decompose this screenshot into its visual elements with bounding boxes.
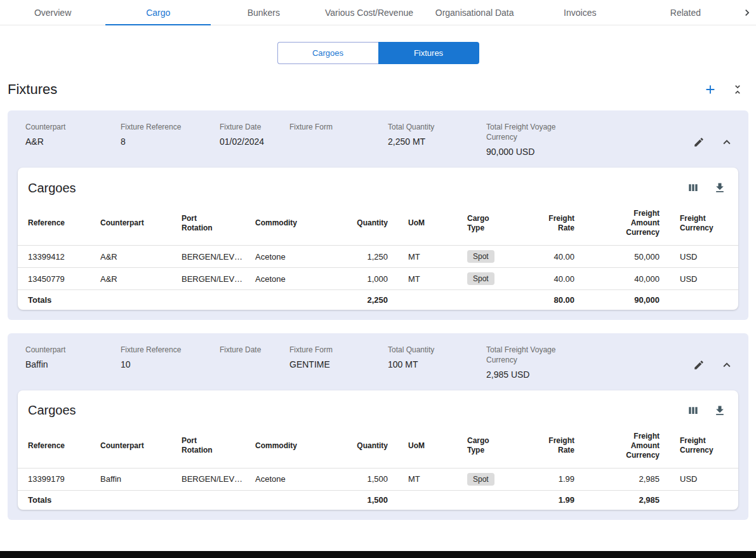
cell-freight-currency: USD bbox=[670, 468, 738, 490]
fixture-card: Counterpart A&R Fixture Reference 8 Fixt… bbox=[8, 110, 748, 320]
field-value: GENTIME bbox=[289, 359, 388, 370]
table-row[interactable]: 13450779 A&R BERGEN/LEV… Acetone 1,000 M… bbox=[18, 268, 738, 290]
cargoes-title: Cargoes bbox=[28, 403, 76, 418]
field-label: Fixture Reference bbox=[121, 122, 220, 132]
col-counterpart: Counterpart bbox=[90, 424, 171, 468]
table-row[interactable]: 13399412 A&R BERGEN/LEV… Acetone 1,250 M… bbox=[18, 246, 738, 268]
field-value: 100 MT bbox=[388, 359, 486, 370]
field-label: Total Quantity bbox=[388, 345, 486, 355]
cell-freight-currency: USD bbox=[670, 268, 738, 290]
field-fixture-reference: Fixture Reference 10 bbox=[121, 345, 220, 370]
fixture-card: Counterpart Baffin Fixture Reference 10 … bbox=[8, 333, 748, 521]
collapse-fixture-button[interactable] bbox=[717, 355, 737, 375]
download-icon bbox=[713, 404, 726, 417]
cell-reference: 13450779 bbox=[18, 268, 90, 290]
col-freight-currency: Freight Currency bbox=[670, 201, 738, 246]
plus-icon bbox=[703, 83, 717, 96]
cell-commodity: Acetone bbox=[245, 268, 338, 290]
chevron-up-icon bbox=[720, 358, 734, 372]
nav-scroll-right-button[interactable] bbox=[738, 0, 756, 25]
cell-freight-amount: 50,000 bbox=[585, 246, 670, 268]
collapse-all-button[interactable] bbox=[728, 80, 747, 99]
col-reference: Reference bbox=[18, 201, 90, 246]
fixture-actions bbox=[690, 132, 737, 152]
totals-quantity: 2,250 bbox=[338, 290, 398, 310]
tab-bunkers[interactable]: Bunkers bbox=[211, 0, 316, 25]
tab-related[interactable]: Related bbox=[633, 0, 738, 25]
col-counterpart: Counterpart bbox=[90, 201, 171, 246]
col-quantity: Quantity bbox=[338, 201, 398, 246]
table-header-row: Reference Counterpart Port Rotation Comm… bbox=[18, 424, 738, 468]
chevron-up-icon bbox=[720, 135, 734, 149]
field-label: Total Freight Voyage Currency bbox=[486, 122, 581, 142]
tab-organisational-data[interactable]: Organisational Data bbox=[422, 0, 527, 25]
field-counterpart: Counterpart A&R bbox=[25, 122, 121, 147]
cell-commodity: Acetone bbox=[245, 246, 338, 268]
fixture-actions bbox=[690, 355, 737, 375]
cell-cargo-type: Spot bbox=[457, 246, 518, 268]
cell-quantity: 1,500 bbox=[338, 468, 398, 490]
totals-freight-rate: 80.00 bbox=[518, 290, 585, 310]
totals-row: Totals 1,500 1.99 2,985 bbox=[18, 490, 738, 510]
cell-counterpart: Baffin bbox=[90, 468, 171, 490]
totals-label: Totals bbox=[18, 290, 90, 310]
edit-fixture-button[interactable] bbox=[690, 133, 708, 151]
field-total-freight: Total Freight Voyage Currency 2,985 USD bbox=[486, 345, 581, 380]
bottom-bar bbox=[0, 551, 756, 558]
col-freight-amount-currency: Freight Amount Currency bbox=[585, 201, 670, 246]
cargo-type-chip: Spot bbox=[467, 473, 494, 486]
field-value: 01/02/2024 bbox=[220, 136, 289, 147]
field-fixture-reference: Fixture Reference 8 bbox=[121, 122, 220, 147]
download-button[interactable] bbox=[710, 178, 729, 197]
col-commodity: Commodity bbox=[245, 201, 338, 246]
chevron-right-icon bbox=[741, 6, 753, 19]
col-commodity: Commodity bbox=[245, 424, 338, 468]
download-icon bbox=[713, 182, 726, 194]
field-label: Fixture Form bbox=[289, 122, 388, 132]
table-header-row: Reference Counterpart Port Rotation Comm… bbox=[18, 201, 738, 246]
field-value: Baffin bbox=[25, 359, 121, 370]
tab-cargo[interactable]: Cargo bbox=[105, 0, 211, 25]
cell-uom: MT bbox=[398, 246, 457, 268]
field-label: Counterpart bbox=[25, 345, 121, 355]
toggle-fixtures-button[interactable]: Fixtures bbox=[378, 42, 479, 64]
cell-freight-currency: USD bbox=[670, 246, 738, 268]
totals-quantity: 1,500 bbox=[338, 490, 398, 510]
cell-freight-rate: 40.00 bbox=[518, 268, 585, 290]
download-button[interactable] bbox=[710, 401, 729, 420]
cell-freight-rate: 1.99 bbox=[518, 468, 585, 490]
cargoes-header: Cargoes bbox=[18, 390, 738, 424]
cell-port-rotation: BERGEN/LEV… bbox=[171, 468, 245, 490]
col-freight-rate: Freight Rate bbox=[518, 424, 585, 468]
tab-various-cost-revenue[interactable]: Various Cost/Revenue bbox=[316, 0, 421, 25]
pencil-icon bbox=[693, 359, 705, 371]
tab-invoices[interactable]: Invoices bbox=[527, 0, 633, 25]
add-fixture-button[interactable] bbox=[700, 79, 720, 100]
page-header: Fixtures bbox=[0, 64, 756, 110]
collapse-fixture-button[interactable] bbox=[717, 132, 737, 152]
column-settings-button[interactable] bbox=[684, 178, 703, 197]
tab-overview[interactable]: Overview bbox=[0, 0, 105, 25]
cell-freight-rate: 40.00 bbox=[518, 246, 585, 268]
top-nav: Overview Cargo Bunkers Various Cost/Reve… bbox=[0, 0, 756, 25]
totals-label: Totals bbox=[18, 490, 90, 510]
cargo-type-chip: Spot bbox=[467, 272, 494, 285]
cargoes-table: Reference Counterpart Port Rotation Comm… bbox=[18, 424, 738, 510]
field-value: 90,000 USD bbox=[486, 146, 581, 157]
edit-fixture-button[interactable] bbox=[690, 356, 708, 374]
view-toggle-group: Cargoes Fixtures bbox=[0, 42, 756, 64]
toggle-cargoes-button[interactable]: Cargoes bbox=[277, 42, 378, 64]
cargoes-card: Cargoes Reference Counterpart bbox=[18, 168, 738, 310]
field-value: 2,250 MT bbox=[388, 136, 486, 147]
col-quantity: Quantity bbox=[338, 424, 398, 468]
field-label: Fixture Reference bbox=[121, 345, 220, 355]
table-row[interactable]: 13399179 Baffin BERGEN/LEV… Acetone 1,50… bbox=[18, 468, 738, 490]
field-value: 2,985 USD bbox=[486, 369, 581, 380]
column-settings-button[interactable] bbox=[684, 401, 703, 420]
cargoes-card: Cargoes Reference Counterpart bbox=[18, 390, 738, 510]
cell-counterpart: A&R bbox=[90, 246, 171, 268]
col-port-rotation: Port Rotation bbox=[171, 201, 245, 246]
cargo-type-chip: Spot bbox=[467, 250, 494, 263]
totals-freight-amount: 2,985 bbox=[585, 490, 670, 510]
totals-row: Totals 2,250 80.00 90,000 bbox=[18, 290, 738, 310]
